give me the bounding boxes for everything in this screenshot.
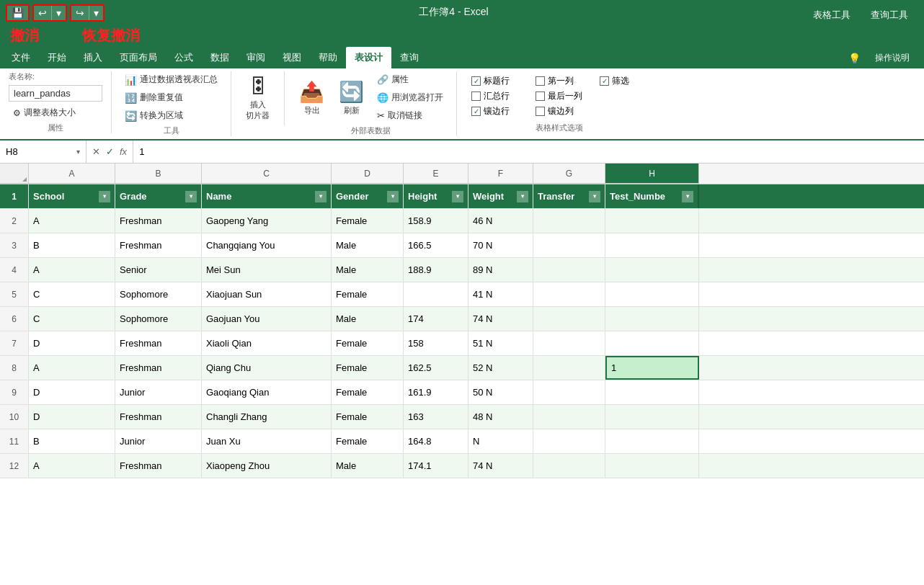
tab-help[interactable]: 帮助 — [310, 47, 346, 68]
pivot-table-button[interactable]: 📊 通过数据透视表汇总 — [120, 71, 222, 88]
cell-7-F[interactable]: 51 N — [468, 331, 533, 355]
cell-2-F[interactable]: 46 N — [468, 209, 533, 233]
testnumber-filter-btn[interactable]: ▾ — [682, 191, 693, 202]
table-name-input[interactable] — [9, 85, 102, 102]
cell-1-c[interactable]: Name ▾ — [202, 184, 332, 208]
cell-10-G[interactable] — [533, 405, 605, 429]
cell-12-G[interactable] — [533, 454, 605, 478]
cell-4-H[interactable] — [605, 258, 699, 282]
cell-6-H[interactable] — [605, 307, 699, 331]
cell-4-A[interactable]: A — [29, 258, 115, 282]
name-filter-btn[interactable]: ▾ — [315, 191, 326, 202]
cell-12-B[interactable]: Freshman — [115, 454, 202, 478]
name-box-dropdown[interactable]: ▾ — [76, 148, 80, 156]
tab-home[interactable]: 开始 — [39, 47, 75, 68]
cell-7-C[interactable]: Xiaoli Qian — [202, 331, 332, 355]
tab-file[interactable]: 文件 — [3, 47, 39, 68]
col-header-a[interactable]: A — [29, 164, 115, 184]
cell-3-E[interactable]: 166.5 — [404, 233, 468, 257]
cell-1-h[interactable]: Test_Numbe ▾ — [605, 184, 699, 208]
cell-5-B[interactable]: Sophomore — [115, 282, 202, 306]
redo-dropdown-button[interactable]: ▾ — [89, 6, 103, 20]
cell-10-A[interactable]: D — [29, 405, 115, 429]
undo-button[interactable]: ↩ — [34, 6, 51, 20]
cell-10-C[interactable]: Changli Zhang — [202, 405, 332, 429]
cell-9-A[interactable]: D — [29, 380, 115, 404]
banded-rows-checkbox[interactable]: 镶边行 — [468, 104, 521, 118]
cell-9-H[interactable] — [605, 380, 699, 404]
total-row-checkbox[interactable]: 汇总行 — [468, 89, 521, 103]
cell-8-F[interactable]: 52 N — [468, 356, 533, 380]
cell-5-D[interactable]: Female — [332, 282, 404, 306]
cell-4-E[interactable]: 188.9 — [404, 258, 468, 282]
cell-4-C[interactable]: Mei Sun — [202, 258, 332, 282]
undo-dropdown-button[interactable]: ▾ — [52, 6, 66, 20]
cell-5-G[interactable] — [533, 282, 605, 306]
resize-table-button[interactable]: ⚙ 调整表格大小 — [9, 104, 80, 121]
cell-5-F[interactable]: 41 N — [468, 282, 533, 306]
tab-data[interactable]: 数据 — [202, 47, 238, 68]
cell-3-B[interactable]: Freshman — [115, 233, 202, 257]
cell-1-g[interactable]: Transfer ▾ — [533, 184, 605, 208]
cell-8-D[interactable]: Female — [332, 356, 404, 380]
export-button[interactable]: 📤 导出 — [293, 77, 330, 119]
cell-3-C[interactable]: Changqiang You — [202, 233, 332, 257]
header-row-checkbox[interactable]: 标题行 — [468, 74, 521, 88]
cell-7-A[interactable]: D — [29, 331, 115, 355]
help-icon[interactable]: 💡 — [841, 48, 868, 68]
convert-range-button[interactable]: 🔄 转换为区域 — [120, 107, 187, 124]
tab-insert[interactable]: 插入 — [75, 47, 111, 68]
cell-10-D[interactable]: Female — [332, 405, 404, 429]
banded-cols-checkbox[interactable]: 镶边列 — [533, 104, 585, 118]
name-box[interactable]: H8 ▾ — [0, 140, 86, 163]
save-button[interactable]: 💾 — [7, 6, 28, 20]
cell-9-C[interactable]: Gaoqiang Qian — [202, 380, 332, 404]
cell-5-C[interactable]: Xiaojuan Sun — [202, 282, 332, 306]
cell-7-E[interactable]: 158 — [404, 331, 468, 355]
cell-2-A[interactable]: A — [29, 209, 115, 233]
properties-button[interactable]: 🔗 属性 — [373, 71, 448, 88]
tab-layout[interactable]: 页面布局 — [111, 47, 166, 68]
query-tools-tab[interactable]: 查询工具 — [861, 4, 918, 26]
weight-filter-btn[interactable]: ▾ — [517, 191, 528, 202]
ops-label[interactable]: 操作说明 — [868, 48, 917, 68]
cell-4-F[interactable]: 89 N — [468, 258, 533, 282]
open-browser-button[interactable]: 🌐 用浏览器打开 — [373, 89, 448, 106]
formula-cancel-icon[interactable]: ✕ — [92, 146, 100, 157]
tab-review[interactable]: 审阅 — [238, 47, 274, 68]
table-tools-tab[interactable]: 表格工具 — [803, 4, 861, 26]
col-header-d[interactable]: D — [332, 164, 404, 184]
transfer-filter-btn[interactable]: ▾ — [589, 191, 600, 202]
cell-2-E[interactable]: 158.9 — [404, 209, 468, 233]
cell-1-e[interactable]: Height ▾ — [404, 184, 468, 208]
cell-6-B[interactable]: Sophomore — [115, 307, 202, 331]
height-filter-btn[interactable]: ▾ — [452, 191, 463, 202]
cell-4-D[interactable]: Male — [332, 258, 404, 282]
cell-7-B[interactable]: Freshman — [115, 331, 202, 355]
cell-3-H[interactable] — [605, 233, 699, 257]
cell-10-F[interactable]: 48 N — [468, 405, 533, 429]
cell-12-A[interactable]: A — [29, 454, 115, 478]
school-filter-btn[interactable]: ▾ — [99, 191, 110, 202]
cell-12-F[interactable]: 74 N — [468, 454, 533, 478]
cell-2-G[interactable] — [533, 209, 605, 233]
cell-8-A[interactable]: A — [29, 356, 115, 380]
cell-8-H[interactable]: 1 — [605, 356, 699, 380]
last-col-checkbox[interactable]: 最后一列 — [533, 89, 585, 103]
cell-6-F[interactable]: 74 N — [468, 307, 533, 331]
refresh-button[interactable]: 🔄 刷新 — [333, 77, 370, 119]
cell-9-E[interactable]: 161.9 — [404, 380, 468, 404]
first-col-checkbox[interactable]: 第一列 — [533, 74, 585, 88]
cell-6-G[interactable] — [533, 307, 605, 331]
cell-3-G[interactable] — [533, 233, 605, 257]
cell-9-D[interactable]: Female — [332, 380, 404, 404]
formula-input[interactable]: 1 — [133, 140, 924, 163]
cell-10-H[interactable] — [605, 405, 699, 429]
cell-6-C[interactable]: Gaojuan You — [202, 307, 332, 331]
cell-6-E[interactable]: 174 — [404, 307, 468, 331]
cell-11-D[interactable]: Female — [332, 429, 404, 453]
cell-12-H[interactable] — [605, 454, 699, 478]
cell-5-E[interactable] — [404, 282, 468, 306]
cell-1-b[interactable]: Grade ▾ — [115, 184, 202, 208]
filter-btn-checkbox[interactable]: 筛选 — [597, 74, 649, 88]
